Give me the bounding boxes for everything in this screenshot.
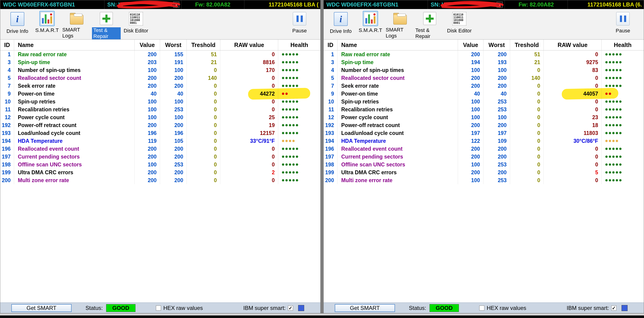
cell-worst: 155 [160, 50, 187, 58]
header-treshold[interactable]: Treshold [187, 39, 220, 50]
cell-value: 200 [458, 121, 484, 129]
table-row[interactable]: 9Power-on time4040044057 [324, 90, 644, 98]
table-row[interactable]: 1Raw read error rate200155510 [0, 50, 320, 58]
health-dot-icon [286, 148, 288, 150]
title-bar: WDC WD60EFRX-68TGBN1 SN: W x Fw: 82.00A8… [0, 0, 320, 9]
table-row[interactable]: 198Offline scan UNC sectors10025300 [0, 161, 320, 168]
smart-logs-button[interactable]: SMART Logs [386, 11, 414, 39]
hex-checkbox[interactable] [479, 306, 484, 311]
ibm-checkbox[interactable]: ✓ [288, 306, 293, 311]
table-row[interactable]: 196Reallocated event count20020000 [0, 145, 320, 153]
health-dot-icon [616, 124, 618, 126]
test-repair-button[interactable]: Test & Repair [415, 11, 444, 39]
table-row[interactable]: 11Recalibration retries10025300 [0, 105, 320, 113]
header-worst[interactable]: Worst [484, 39, 510, 50]
table-row[interactable]: 200Multi zone error rate10025300 [324, 176, 644, 184]
cell-name: HDA Temperature [14, 137, 134, 145]
health-dot-icon [286, 124, 288, 126]
header-name[interactable]: Name [14, 39, 134, 50]
health-dot-icon [605, 108, 608, 111]
get-smart-button[interactable]: Get SMART [335, 304, 395, 312]
table-row[interactable]: 4Number of spin-up times100100083 [324, 66, 644, 74]
color-swatch-button[interactable] [622, 305, 628, 311]
header-treshold[interactable]: Treshold [510, 39, 544, 50]
health-dot-icon [296, 179, 298, 181]
table-row[interactable]: 193Load/unload cycle count196196012157 [0, 129, 320, 137]
pause-button[interactable]: Pause [608, 11, 637, 34]
disk-editor-button[interactable]: 010110 110011 101000 0001 Disk Editor [445, 11, 474, 34]
table-row[interactable]: 199Ultra DMA CRC errors20020005 [324, 168, 644, 176]
table-row[interactable]: 12Power cycle count100100025 [0, 113, 320, 121]
table-row[interactable]: 192Power-off retract count200200019 [0, 121, 320, 129]
health-dots [602, 98, 644, 105]
health-dot-icon [286, 77, 288, 79]
table-row[interactable]: 3Spin-up time203191218816 [0, 58, 320, 66]
table-row[interactable]: 197Current pending sectors20020000 [324, 153, 644, 161]
ibm-checkbox[interactable]: ✓ [611, 306, 616, 311]
drive-info-button[interactable]: Drive Info [3, 11, 32, 34]
health-dots [602, 168, 644, 176]
get-smart-button[interactable]: Get SMART [11, 304, 72, 312]
cell-value: 200 [458, 168, 484, 176]
ibm-super-smart-toggle[interactable]: IBM super smart: ✓ [243, 305, 304, 311]
pause-button[interactable]: Pause [285, 11, 314, 34]
health-dot-icon [609, 108, 611, 111]
header-value[interactable]: Value [458, 39, 484, 50]
table-row[interactable]: 1Raw read error rate200200510 [324, 50, 644, 58]
header-raw-value[interactable]: RAW value [220, 39, 278, 50]
table-row[interactable]: 200Multi zone error rate20020000 [0, 176, 320, 184]
close-icon[interactable]: x [497, 1, 503, 8]
cell-treshold: 0 [510, 168, 544, 176]
header-id[interactable]: ID [0, 39, 14, 50]
table-row[interactable]: 198Offline scan UNC sectors10025300 [324, 161, 644, 168]
cell-id: 12 [0, 113, 14, 121]
table-row[interactable]: 7Seek error rate20020000 [324, 82, 644, 90]
cell-value: 200 [134, 82, 160, 90]
header-raw-value[interactable]: RAW value [544, 39, 602, 50]
table-row[interactable]: 192Power-off retract count200200018 [324, 121, 644, 129]
test-repair-button[interactable]: Test & Repair [92, 11, 121, 39]
header-id[interactable]: ID [324, 39, 338, 50]
table-row[interactable]: 7Seek error rate20020000 [0, 82, 320, 90]
status-badge: GOOD [106, 304, 136, 312]
table-row[interactable]: 3Spin-up time194193219275 [324, 58, 644, 66]
table-row[interactable]: 10Spin-up retries10025300 [324, 98, 644, 105]
table-row[interactable]: 197Current pending sectors20020000 [0, 153, 320, 161]
ibm-super-smart-toggle[interactable]: IBM super smart: ✓ [567, 305, 628, 311]
cell-name: Spin-up time [14, 58, 134, 66]
table-row[interactable]: 10Spin-up retries10010000 [0, 98, 320, 105]
cell-raw-value: 0 [544, 82, 602, 90]
table-row[interactable]: 199Ultra DMA CRC errors20020002 [0, 168, 320, 176]
header-worst[interactable]: Worst [160, 39, 187, 50]
smart-logs-button[interactable]: SMART Logs [62, 11, 91, 39]
close-icon[interactable]: x [173, 1, 179, 8]
binary-line: 0001 [130, 21, 142, 24]
smart-button[interactable]: S.M.A.R.T [33, 11, 62, 33]
cell-treshold: 0 [510, 82, 544, 90]
table-row[interactable]: 12Power cycle count100100023 [324, 113, 644, 121]
health-dot-icon [286, 85, 288, 87]
table-row[interactable]: 5Reallocated sector count2002001400 [0, 74, 320, 82]
disk-editor-button[interactable]: 010110 110011 101000 0001 Disk Editor [122, 11, 150, 34]
header-health[interactable]: Health [278, 39, 320, 50]
header-health[interactable]: Health [602, 39, 644, 50]
table-row[interactable]: 194HDA Temperature122109030°C/86°F [324, 137, 644, 145]
hex-checkbox[interactable] [156, 306, 161, 311]
cell-id: 196 [324, 145, 338, 153]
table-row[interactable]: 194HDA Temperature119105033°C/91°F [0, 137, 320, 145]
header-value[interactable]: Value [134, 39, 160, 50]
hex-raw-values-toggle[interactable]: HEX raw values [156, 305, 203, 311]
health-dot-icon [286, 156, 288, 158]
smart-button[interactable]: S.M.A.R.T [356, 11, 385, 33]
table-row[interactable]: 9Power-on time4040044272 [0, 90, 320, 98]
color-swatch-button[interactable] [298, 305, 304, 311]
header-name[interactable]: Name [338, 39, 458, 50]
table-row[interactable]: 193Load/unload cycle count197197011803 [324, 129, 644, 137]
drive-info-button[interactable]: Drive Info [326, 11, 355, 34]
table-row[interactable]: 196Reallocated event count20020000 [324, 145, 644, 153]
table-row[interactable]: 11Recalibration retries10025300 [324, 105, 644, 113]
hex-raw-values-toggle[interactable]: HEX raw values [479, 305, 526, 311]
table-row[interactable]: 4Number of spin-up times1001000170 [0, 66, 320, 74]
cell-raw-value: 0 [220, 176, 278, 184]
table-row[interactable]: 5Reallocated sector count2002001400 [324, 74, 644, 82]
